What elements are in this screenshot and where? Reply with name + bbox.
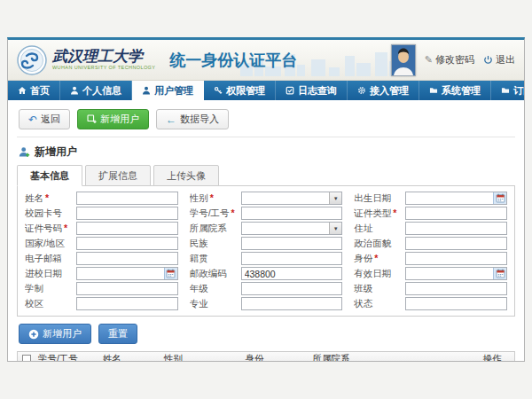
student-id-input[interactable]: [241, 207, 343, 220]
enroll-date-input[interactable]: [76, 267, 178, 280]
add-user-toolbar-label: 新增用户: [100, 113, 139, 126]
identity-input[interactable]: [405, 252, 507, 265]
calendar-icon[interactable]: [164, 268, 177, 279]
back-button[interactable]: ↶ 返回: [19, 109, 70, 129]
table-col-2[interactable]: 性别: [160, 353, 242, 362]
required-asterisk: *: [231, 207, 235, 218]
table-col-5[interactable]: 操作: [480, 353, 515, 362]
field-label-postal-code: 邮政编码: [190, 268, 241, 280]
results-table: 学号/工号姓名性别身份所属院系操作: [17, 351, 515, 362]
nav-item-profile[interactable]: 个人信息: [60, 81, 132, 100]
table-col-1[interactable]: 姓名: [99, 353, 160, 362]
toolbar: ↶ 返回 新增用户 ← 数据导入: [17, 106, 515, 137]
required-asterisk: *: [374, 253, 378, 263]
data-import-button[interactable]: ← 数据导入: [156, 109, 229, 129]
schooling-input[interactable]: [76, 282, 178, 295]
address-input[interactable]: [405, 222, 507, 235]
campus-input[interactable]: [76, 297, 178, 310]
class-input[interactable]: [405, 282, 507, 295]
select-all-checkbox[interactable]: [22, 355, 31, 362]
field-label-student-id: 学号/工号*: [190, 207, 241, 220]
user-form-grid: 姓名*性别*▼出生日期校园卡号学号/工号*证件类型*证件号码*所属院系▼住址国家…: [25, 192, 507, 310]
field-label-id-type: 证件类型*: [354, 207, 405, 220]
field-label-ethnicity: 民族: [190, 238, 241, 250]
required-asterisk: *: [64, 223, 67, 233]
required-asterisk: *: [45, 192, 49, 203]
native-place-input[interactable]: [241, 252, 343, 265]
change-password-label: 修改密码: [435, 53, 474, 66]
reset-button[interactable]: 重置: [98, 324, 137, 344]
nav-item-label: 首页: [30, 84, 50, 98]
add-user-button-toolbar[interactable]: 新增用户: [77, 109, 149, 129]
ethnicity-input[interactable]: [241, 237, 343, 250]
left-arrow-icon: ←: [166, 114, 176, 125]
country-region-input[interactable]: [76, 237, 178, 250]
political-status-input[interactable]: [405, 237, 507, 250]
folder-icon: [429, 86, 438, 95]
nav-item-label: 日志查询: [298, 84, 337, 98]
nav-item-subscription-mgmt[interactable]: 订阅管理: [491, 81, 525, 100]
person-icon: [70, 86, 79, 95]
logout-button[interactable]: 退出: [483, 53, 515, 66]
person-plus-icon: [19, 146, 30, 158]
nav-item-access-mgmt[interactable]: 接入管理: [348, 81, 419, 100]
university-name-block: 武汉理工大学 WUHAN UNIVERSITY OF TECHNOLOGY: [52, 49, 155, 71]
change-password-button[interactable]: ✎ 修改密码: [425, 53, 474, 66]
field-label-schooling: 学制: [25, 283, 76, 295]
power-icon: [483, 55, 493, 65]
nav-item-system-mgmt[interactable]: 系统管理: [419, 81, 491, 100]
table-col-4[interactable]: 所属院系: [309, 353, 479, 362]
nav-item-user-mgmt[interactable]: 用户管理: [132, 81, 204, 100]
field-label-country-region: 国家/地区: [25, 238, 76, 250]
tab-upload-avatar[interactable]: 上传头像: [153, 165, 219, 186]
folder-icon: [501, 86, 510, 95]
id-number-input[interactable]: [76, 222, 178, 235]
nav-item-permission-mgmt[interactable]: 权限管理: [204, 81, 276, 100]
field-label-class: 班级: [354, 283, 405, 295]
table-col-0[interactable]: 学号/工号: [35, 353, 99, 362]
field-label-enroll-date: 进校日期: [25, 268, 76, 280]
department-select[interactable]: ▼: [241, 222, 343, 235]
valid-date-input[interactable]: [405, 267, 507, 280]
tab-extended-info[interactable]: 扩展信息: [85, 165, 151, 186]
table-col-3[interactable]: 身份: [242, 353, 309, 362]
undo-arrow-icon: ↶: [28, 114, 37, 125]
name-input[interactable]: [76, 192, 178, 205]
page-content: ↶ 返回 新增用户 ← 数据导入: [8, 100, 524, 362]
dropdown-arrow-icon: ▼: [329, 192, 341, 204]
field-label-department: 所属院系: [190, 223, 241, 235]
add-user-submit-button[interactable]: 新增用户: [19, 324, 91, 344]
field-label-status: 状态: [354, 298, 405, 310]
user-avatar[interactable]: [391, 44, 416, 76]
email-input[interactable]: [76, 252, 178, 265]
field-label-political-status: 政治面貌: [354, 238, 405, 250]
gender-select[interactable]: ▼: [241, 192, 343, 205]
calendar-icon[interactable]: [493, 268, 506, 279]
postal-code-input[interactable]: [241, 267, 343, 280]
grade-input[interactable]: [241, 282, 343, 295]
nav-item-label: 接入管理: [370, 84, 409, 98]
card-plus-icon: [87, 114, 97, 124]
data-import-label: 数据导入: [180, 113, 219, 126]
field-label-grade: 年级: [190, 283, 241, 295]
field-label-campus: 校区: [25, 298, 76, 310]
desktop-background: 武汉理工大学 WUHAN UNIVERSITY OF TECHNOLOGY 统一…: [0, 0, 532, 399]
campus-card-input[interactable]: [76, 207, 178, 220]
status-input[interactable]: [405, 297, 507, 310]
field-label-gender: 性别*: [190, 192, 241, 205]
field-label-email: 电子邮箱: [25, 253, 76, 265]
major-input[interactable]: [241, 297, 343, 310]
tab-basic-info[interactable]: 基本信息: [17, 165, 82, 186]
nav-item-home[interactable]: 首页: [8, 81, 60, 100]
nav-item-log-query[interactable]: 日志查询: [276, 81, 348, 100]
field-label-native-place: 籍贯: [190, 253, 241, 265]
reset-button-label: 重置: [108, 327, 128, 340]
university-name-cn: 武汉理工大学: [52, 49, 155, 64]
page-header: 武汉理工大学 WUHAN UNIVERSITY OF TECHNOLOGY 统一…: [8, 40, 524, 81]
id-type-input[interactable]: [405, 207, 507, 220]
gear-icon: [357, 86, 366, 95]
nav-item-label: 权限管理: [226, 84, 265, 98]
birth-date-input[interactable]: [405, 192, 507, 205]
calendar-icon[interactable]: [493, 192, 506, 204]
field-label-major: 专业: [190, 298, 241, 310]
